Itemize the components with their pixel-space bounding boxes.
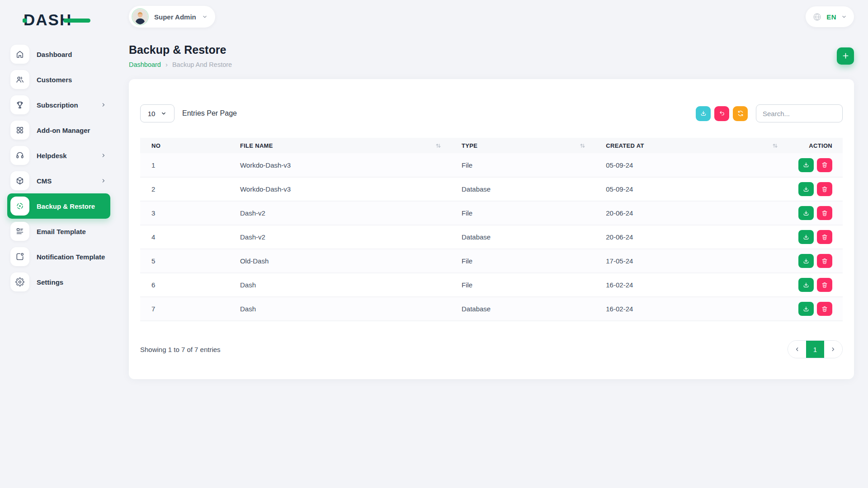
trash-icon (821, 305, 828, 313)
sidebar-item-label: Customers (37, 76, 72, 84)
table-row: 4Dash-v2Database20-06-24 (140, 225, 843, 249)
page-head: Backup & Restore Dashboard › Backup And … (129, 43, 854, 68)
column-header-type[interactable]: TYPE (450, 138, 594, 153)
sidebar: DASH DashboardCustomersSubscriptionAdd-o… (0, 0, 118, 488)
cell-no: 3 (140, 201, 229, 225)
cell-file-name: Dash-v2 (229, 201, 450, 225)
sidebar-item-email-template[interactable]: Email Template (7, 219, 110, 244)
column-label: FILE NAME (240, 142, 273, 149)
cell-actions (787, 273, 843, 297)
sidebar-item-label: Settings (37, 278, 63, 286)
delete-row-button[interactable] (817, 254, 832, 268)
sidebar-item-helpdesk[interactable]: Helpdesk (7, 143, 110, 168)
sidebar-item-notification-template[interactable]: Notification Template (7, 244, 110, 269)
refresh-button[interactable] (733, 106, 748, 121)
trash-icon (821, 161, 828, 169)
entries-per-page-label: Entries Per Page (182, 109, 237, 117)
cell-file-name: Old-Dash (229, 249, 450, 273)
cell-file-name: Workdo-Dash-v3 (229, 177, 450, 201)
cell-file-name: Dash (229, 297, 450, 321)
undo-button[interactable] (714, 106, 729, 121)
table-row: 5Old-DashFile17-05-24 (140, 249, 843, 273)
app: { "brand": { "name": "DASH" }, "topbar":… (0, 0, 868, 488)
chevron-right-icon (830, 346, 836, 352)
table-toolbar: 10 Entries Per Page (140, 104, 843, 122)
headset-icon (10, 146, 29, 165)
chevron-down-icon (202, 14, 208, 20)
cell-created-at: 16-02-24 (594, 297, 787, 321)
download-row-button[interactable] (798, 182, 814, 196)
cell-created-at: 20-06-24 (594, 225, 787, 249)
download-button[interactable] (696, 106, 711, 121)
pagination-next-button[interactable] (824, 341, 842, 358)
cell-no: 4 (140, 225, 229, 249)
download-row-button[interactable] (798, 278, 814, 292)
download-row-button[interactable] (798, 302, 814, 316)
column-header-action: ACTION (787, 138, 843, 153)
sidebar-item-settings[interactable]: Settings (7, 269, 110, 295)
backup-list-card: 10 Entries Per Page NOFILE NAMETYPECREAT… (129, 79, 854, 379)
cell-type: File (450, 273, 594, 297)
cell-no: 7 (140, 297, 229, 321)
delete-row-button[interactable] (817, 278, 832, 292)
cube-icon (10, 171, 29, 190)
download-row-button[interactable] (798, 230, 814, 244)
cell-actions (787, 249, 843, 273)
globe-icon (812, 12, 822, 22)
chevron-left-icon (794, 346, 800, 352)
delete-row-button[interactable] (817, 182, 832, 196)
trash-icon (821, 210, 828, 217)
table-row: 6DashFile16-02-24 (140, 273, 843, 297)
breadcrumb-chevron-icon: › (165, 61, 168, 68)
chevron-right-icon (100, 152, 107, 159)
entries-control: 10 Entries Per Page (140, 104, 237, 122)
delete-row-button[interactable] (817, 158, 832, 172)
pagination-page-1-button[interactable]: 1 (806, 341, 824, 358)
create-backup-button[interactable] (837, 47, 854, 65)
delete-row-button[interactable] (817, 230, 832, 244)
sidebar-item-label: Dashboard (37, 51, 72, 58)
sidebar-item-customers[interactable]: Customers (7, 67, 110, 92)
table-body: 1Workdo-Dash-v3File05-09-242Workdo-Dash-… (140, 153, 843, 321)
delete-row-button[interactable] (817, 302, 832, 316)
cell-type: Database (450, 225, 594, 249)
email-template-icon (10, 222, 29, 241)
cell-actions (787, 225, 843, 249)
column-header-created-at[interactable]: CREATED AT (594, 138, 787, 153)
cell-created-at: 05-09-24 (594, 153, 787, 177)
cell-file-name: Dash (229, 273, 450, 297)
sidebar-menu: DashboardCustomersSubscriptionAdd-on Man… (7, 42, 110, 295)
cell-no: 5 (140, 249, 229, 273)
home-icon (10, 45, 29, 64)
sidebar-item-subscription[interactable]: Subscription (7, 92, 110, 117)
download-row-button[interactable] (798, 254, 814, 268)
cell-no: 1 (140, 153, 229, 177)
pagination-previous-button[interactable] (788, 341, 806, 358)
search-input[interactable] (756, 104, 843, 122)
language-selector[interactable]: EN (806, 6, 854, 27)
sidebar-item-label: Notification Template (37, 253, 105, 261)
download-row-button[interactable] (798, 206, 814, 220)
delete-row-button[interactable] (817, 206, 832, 220)
sidebar-item-add-on-manager[interactable]: Add-on Manager (7, 117, 110, 143)
entries-per-page-select[interactable]: 10 (140, 104, 175, 122)
sidebar-item-label: Email Template (37, 228, 86, 235)
backup-icon (10, 197, 29, 216)
chevron-down-icon (841, 14, 847, 20)
table-row: 3Dash-v2File20-06-24 (140, 201, 843, 225)
download-row-button[interactable] (798, 158, 814, 172)
user-menu[interactable]: Super Admin (129, 6, 215, 28)
sidebar-item-backup-restore[interactable]: Backup & Restore (7, 193, 110, 219)
sidebar-item-dashboard[interactable]: Dashboard (7, 42, 110, 67)
cell-created-at: 05-09-24 (594, 177, 787, 201)
sidebar-item-cms[interactable]: CMS (7, 168, 110, 193)
table-row: 7DashDatabase16-02-24 (140, 297, 843, 321)
table-row: 2Workdo-Dash-v3Database05-09-24 (140, 177, 843, 201)
cell-actions (787, 153, 843, 177)
column-header-file-name[interactable]: FILE NAME (229, 138, 450, 153)
cell-created-at: 20-06-24 (594, 201, 787, 225)
breadcrumb-dashboard-link[interactable]: Dashboard (129, 61, 161, 68)
cell-file-name: Workdo-Dash-v3 (229, 153, 450, 177)
download-icon (802, 161, 810, 169)
main-content: Super Admin EN Backup & Restore Dashboar… (118, 0, 868, 488)
